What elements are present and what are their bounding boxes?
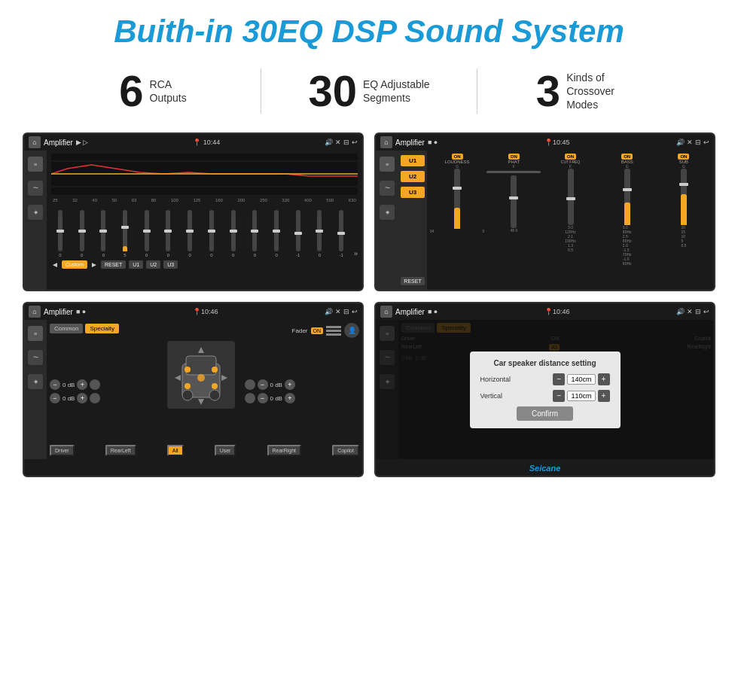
u1-button[interactable]: U1: [129, 260, 143, 269]
sub-slider[interactable]: [681, 169, 687, 225]
horizontal-minus-btn[interactable]: −: [553, 373, 565, 385]
stat-rca-number: 6: [119, 69, 143, 113]
common-tab[interactable]: Common: [50, 324, 83, 333]
eq-slider-6[interactable]: 0: [160, 210, 178, 257]
svg-marker-12: [198, 347, 204, 353]
specialty-tab[interactable]: Specialty: [85, 324, 118, 333]
right-top-plus[interactable]: +: [285, 379, 295, 390]
confirm-button[interactable]: Confirm: [517, 406, 573, 421]
eq-slider-5[interactable]: 0: [138, 210, 156, 257]
dialog-status-right: 🔊 ✕ ⊟ ↩: [676, 308, 709, 315]
home-icon-4[interactable]: ⌂: [380, 306, 392, 318]
driver-btn[interactable]: Driver: [50, 445, 75, 456]
crossover-speaker-icon[interactable]: ◈: [380, 205, 395, 220]
common-back: ↩: [352, 308, 358, 315]
reset-button[interactable]: RESET: [101, 260, 126, 269]
copilot-btn[interactable]: Copilot: [332, 445, 359, 456]
crossover-reset-btn[interactable]: RESET: [401, 277, 425, 285]
eq-app-title: Amplifier: [44, 138, 73, 147]
u3-button[interactable]: U3: [163, 260, 178, 269]
stat-eq-number: 30: [308, 69, 357, 113]
car-svg: [171, 341, 231, 409]
next-button[interactable]: ►: [90, 260, 98, 269]
right-top-val: 0 dB: [270, 382, 282, 388]
u2-btn[interactable]: U2: [401, 171, 425, 182]
eq-slider-8[interactable]: 0: [203, 210, 221, 257]
dialog-status-left: ⌂ Amplifier ■ ●: [380, 306, 438, 318]
eq-slider-12[interactable]: -1: [289, 210, 307, 257]
cutfreq-toggle[interactable]: ON: [565, 154, 576, 160]
eq-slider-7[interactable]: 0: [181, 210, 199, 257]
eq-slider-4[interactable]: 5: [116, 210, 134, 257]
dialog-vol: 🔊: [676, 308, 685, 315]
stat-eq-label: EQ AdjustableSegments: [363, 78, 430, 105]
loudness-toggle[interactable]: ON: [452, 154, 463, 160]
rearleft-btn[interactable]: RearLeft: [105, 445, 136, 456]
horizontal-plus-btn[interactable]: +: [598, 373, 610, 385]
left-top-plus[interactable]: +: [77, 379, 87, 390]
home-icon-2[interactable]: ⌂: [380, 136, 392, 148]
left-top-minus[interactable]: −: [50, 379, 60, 390]
svg-point-5: [182, 390, 193, 400]
crossover-wave-icon[interactable]: 〜: [380, 181, 395, 196]
common-wave-icon[interactable]: 〜: [28, 350, 43, 365]
custom-button[interactable]: Custom: [62, 260, 87, 269]
speaker-icon-lb: [90, 393, 100, 403]
car-diagram: [167, 341, 235, 409]
common-app-title: Amplifier: [44, 308, 73, 316]
home-icon[interactable]: ⌂: [29, 136, 41, 148]
sub-toggle[interactable]: ON: [678, 154, 689, 160]
left-bot-plus[interactable]: +: [77, 393, 87, 403]
eq-slider-3[interactable]: 0: [94, 210, 112, 257]
common-speaker-icon[interactable]: ◈: [28, 374, 43, 389]
u2-button[interactable]: U2: [146, 260, 160, 269]
phat-slider[interactable]: [511, 175, 517, 228]
rearright-btn[interactable]: RearRight: [267, 445, 302, 456]
left-bot-minus[interactable]: −: [50, 393, 60, 403]
common-main: Common Specialty Fader ON 👤: [47, 320, 362, 459]
eq-slider-10[interactable]: 0: [245, 210, 264, 257]
u1-btn[interactable]: U1: [401, 155, 425, 166]
vertical-plus-btn[interactable]: +: [598, 390, 610, 402]
right-bot-plus[interactable]: +: [285, 393, 295, 403]
phat-toggle[interactable]: ON: [508, 154, 520, 160]
crossover-eq-icon[interactable]: ≡: [380, 157, 395, 172]
all-btn[interactable]: All: [167, 445, 184, 456]
eq-slider-11[interactable]: 0: [267, 210, 285, 257]
sidebar-speaker-icon[interactable]: ◈: [28, 205, 43, 220]
eq-status-right: 🔊 ✕ ⊟ ↩: [325, 138, 358, 146]
profile-icon[interactable]: 👤: [344, 323, 359, 338]
stat-crossover: 3 Kinds ofCrossover Modes: [477, 69, 693, 113]
bottom-controls: Driver RearLeft All User RearRight Copil…: [50, 445, 359, 456]
eq-screen: ⌂ Amplifier ▶ ▷ 📍 10:44 🔊 ✕ ⊟ ↩ ≡ 〜 ◈: [23, 132, 364, 291]
home-icon-3[interactable]: ⌂: [29, 306, 41, 318]
cutfreq-slider[interactable]: [568, 169, 574, 225]
more-icon: »: [354, 250, 358, 257]
left-bot-control: − 0 dB +: [50, 393, 165, 403]
right-bot-minus[interactable]: −: [258, 393, 268, 403]
bass-channel: ON BASS G 3.090Hz2.580Hz2.0-1.570Hz-1.06…: [600, 154, 654, 287]
fader-row: Fader ON 👤: [292, 323, 359, 338]
fader-label: Fader: [292, 327, 308, 334]
right-top-minus[interactable]: −: [258, 379, 268, 390]
sidebar-eq-icon[interactable]: ≡: [28, 157, 43, 172]
bass-toggle[interactable]: ON: [621, 154, 633, 160]
common-eq-icon[interactable]: ≡: [28, 326, 43, 341]
svg-point-7: [184, 367, 191, 373]
u3-btn[interactable]: U3: [401, 187, 425, 198]
eq-slider-1[interactable]: 0: [51, 210, 69, 257]
dialog-screen: ⌂ Amplifier ■ ● 📍10:46 🔊 ✕ ⊟ ↩ ≡ 〜 ◈: [374, 302, 715, 477]
phat-hslider[interactable]: [486, 171, 541, 173]
user-btn[interactable]: User: [215, 445, 236, 456]
eq-slider-2[interactable]: 0: [73, 210, 91, 257]
eq-slider-13[interactable]: 0: [311, 210, 329, 257]
bass-slider[interactable]: [624, 169, 630, 225]
vertical-minus-btn[interactable]: −: [553, 390, 565, 402]
sidebar-wave-icon[interactable]: 〜: [28, 181, 43, 196]
speaker-grid: − 0 dB + − 0 dB +: [50, 341, 359, 442]
loudness-slider[interactable]: [454, 169, 460, 229]
eq-slider-14[interactable]: -1: [332, 210, 350, 257]
prev-button[interactable]: ◄: [51, 260, 59, 269]
horizontal-row: Horizontal − 140cm +: [480, 373, 610, 385]
eq-slider-9[interactable]: 0: [224, 210, 242, 257]
